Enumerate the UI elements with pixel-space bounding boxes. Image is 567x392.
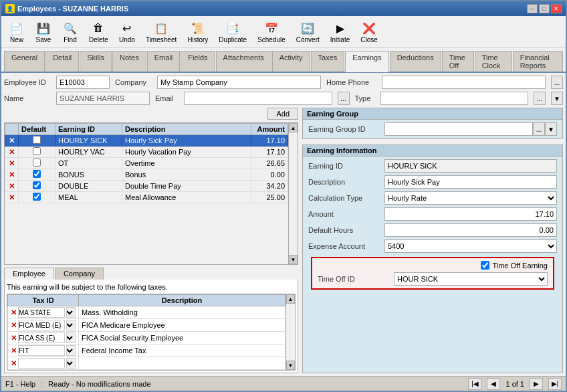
- tab-earnings[interactable]: Earnings: [345, 51, 388, 72]
- delete-tax-button[interactable]: ✕: [11, 308, 17, 317]
- earning-id-label: Earning ID: [308, 162, 382, 170]
- schedule-button[interactable]: 📅 Schedule: [253, 18, 290, 45]
- convert-button[interactable]: 🔄 Convert: [292, 18, 324, 45]
- home-phone-ellipsis-button[interactable]: ...: [551, 76, 563, 89]
- table-row[interactable]: ✕ OT Overtime 26.65: [5, 158, 288, 169]
- delete-row-button[interactable]: ✕: [9, 182, 15, 190]
- maximize-button[interactable]: □: [539, 4, 550, 13]
- find-button[interactable]: 🔍 Find: [58, 18, 83, 45]
- tab-email[interactable]: Email: [147, 51, 181, 72]
- delete-row-button[interactable]: ✕: [9, 148, 15, 156]
- nav-first-button[interactable]: |◀: [468, 378, 481, 390]
- tab-time-off[interactable]: Time Off: [442, 51, 474, 72]
- table-row[interactable]: ✕ HOURLY SICK Hourly Sick Pay 17.10: [5, 135, 288, 146]
- default-checkbox[interactable]: [33, 170, 41, 178]
- tab-time-clock[interactable]: Time Clock: [475, 51, 512, 72]
- tax-id-field[interactable]: [18, 307, 65, 318]
- tab-skills[interactable]: Skills: [80, 51, 112, 72]
- initiate-button[interactable]: ▶ Initiate: [326, 18, 354, 45]
- tab-fields[interactable]: Fields: [181, 51, 215, 72]
- delete-tax-button[interactable]: ✕: [11, 347, 17, 355]
- type-dropdown-button[interactable]: ▼: [551, 92, 563, 105]
- tab-financial-reports[interactable]: Financial Reports: [513, 51, 563, 72]
- tax-row[interactable]: ✕ ▼: [8, 357, 286, 370]
- delete-tax-button[interactable]: ✕: [11, 334, 17, 342]
- tax-id-field[interactable]: [18, 320, 65, 330]
- scroll-down-button[interactable]: ▼: [289, 255, 298, 264]
- calc-type-select[interactable]: Hourly Rate: [384, 191, 557, 205]
- undo-button[interactable]: ↩ Undo: [114, 18, 140, 45]
- type-field[interactable]: [380, 92, 529, 105]
- delete-row-button[interactable]: ✕: [9, 136, 15, 144]
- tab-notes[interactable]: Notes: [112, 51, 146, 72]
- tax-dropdown[interactable]: ▼: [66, 332, 76, 343]
- default-checkbox[interactable]: [33, 147, 41, 155]
- default-checkbox[interactable]: [33, 181, 41, 189]
- close-button[interactable]: ❌ Close: [356, 18, 382, 45]
- table-row[interactable]: ✕ BONUS Bonus 0.00: [5, 169, 288, 181]
- tab-deductions[interactable]: Deductions: [390, 51, 441, 72]
- new-button[interactable]: 📄 New: [4, 18, 29, 45]
- tax-id-field[interactable]: [18, 358, 65, 369]
- earning-group-dropdown-button[interactable]: ▼: [545, 122, 557, 136]
- email-ellipsis-button[interactable]: ...: [338, 92, 350, 105]
- tax-row[interactable]: ✕ ▼ Federal Income Tax: [8, 345, 286, 357]
- delete-button[interactable]: 🗑 Delete: [84, 18, 113, 45]
- time-off-id-select[interactable]: HOUR SICK: [394, 272, 548, 286]
- table-row[interactable]: ✕ DOUBLE Double Time Pay 34.20: [5, 181, 288, 192]
- delete-row-button[interactable]: ✕: [9, 159, 15, 167]
- default-checkbox[interactable]: [33, 193, 41, 201]
- delete-tax-button[interactable]: ✕: [11, 359, 17, 368]
- table-row[interactable]: ✕ HOURLY VAC Hourly Vacation Pay 17.10: [5, 146, 288, 158]
- tab-employee[interactable]: Employee: [4, 268, 54, 280]
- col-earning-id: Earning ID: [55, 124, 122, 135]
- tax-dropdown[interactable]: ▼: [66, 320, 76, 330]
- tab-attachments[interactable]: Attachments: [216, 51, 271, 72]
- history-button[interactable]: 📜 History: [183, 18, 213, 45]
- delete-row-button[interactable]: ✕: [9, 193, 15, 201]
- tab-general[interactable]: General: [4, 51, 45, 72]
- delete-tax-button[interactable]: ✕: [11, 321, 17, 330]
- expense-account-select[interactable]: 5400: [384, 239, 557, 253]
- type-ellipsis-button[interactable]: ...: [534, 92, 546, 105]
- nav-prev-button[interactable]: ◀: [487, 378, 500, 390]
- nav-last-button[interactable]: ▶|: [548, 378, 562, 390]
- tax-row[interactable]: ✕ ▼ FICA Medicare Employee: [8, 319, 286, 332]
- tab-company[interactable]: Company: [55, 268, 104, 280]
- tab-detail[interactable]: Detail: [45, 51, 79, 72]
- tax-id-field[interactable]: [18, 345, 65, 356]
- time-off-earning-checkbox[interactable]: [481, 261, 489, 270]
- tax-dropdown[interactable]: ▼: [66, 358, 76, 369]
- table-row[interactable]: ✕ MEAL Meal Allowance 25.00: [5, 192, 288, 203]
- tab-taxes[interactable]: Taxes: [311, 51, 345, 72]
- email-field[interactable]: [184, 92, 332, 105]
- tax-scroll-down-button[interactable]: ▼: [286, 361, 295, 370]
- default-checkbox[interactable]: [33, 159, 41, 167]
- company-field[interactable]: [157, 76, 321, 89]
- tax-row[interactable]: ✕ ▼ FICA Social Security Employee: [8, 332, 286, 345]
- default-checkbox[interactable]: [33, 136, 41, 144]
- tax-scroll-up-button[interactable]: ▲: [286, 294, 295, 304]
- amount-field[interactable]: [384, 207, 557, 221]
- home-phone-field[interactable]: [382, 76, 546, 89]
- nav-next-button[interactable]: ▶: [530, 378, 543, 390]
- description-field[interactable]: [384, 175, 557, 189]
- tax-dropdown[interactable]: ▼: [66, 345, 76, 356]
- save-button[interactable]: 💾 Save: [31, 18, 56, 45]
- add-earning-button[interactable]: Add: [267, 108, 298, 120]
- help-text: F1 - Help: [5, 380, 35, 388]
- tax-dropdown[interactable]: ▼: [66, 307, 76, 318]
- minimize-button[interactable]: ─: [527, 4, 538, 13]
- employee-id-field[interactable]: [56, 76, 110, 89]
- tax-id-field[interactable]: [18, 332, 65, 343]
- duplicate-button[interactable]: 📑 Duplicate: [214, 18, 251, 45]
- earning-group-ellipsis-button[interactable]: ...: [533, 122, 545, 136]
- close-window-button[interactable]: ✕: [551, 4, 562, 13]
- earning-group-id-field[interactable]: [384, 122, 533, 136]
- delete-row-button[interactable]: ✕: [9, 171, 15, 179]
- tab-activity[interactable]: Activity: [272, 51, 310, 72]
- scroll-up-button[interactable]: ▲: [289, 123, 298, 132]
- timesheet-button[interactable]: 📋 Timesheet: [141, 18, 181, 45]
- tax-row[interactable]: ✕ ▼ Mass. Witholding: [8, 306, 286, 319]
- default-hours-field[interactable]: [384, 223, 557, 237]
